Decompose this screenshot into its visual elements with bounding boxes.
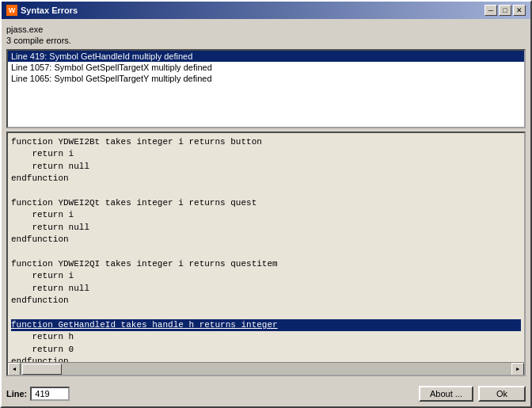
line-indicator: Line: 419: [6, 387, 70, 401]
scroll-right-button[interactable]: ►: [511, 363, 524, 376]
window-content: pjass.exe 3 compile errors. Line 419: Sy…: [2, 19, 530, 381]
error-item[interactable]: Line 1057: Symbol GetSpellTargetX multip…: [8, 62, 524, 73]
code-line: return i: [11, 209, 521, 221]
line-label: Line:: [6, 389, 27, 398]
code-area[interactable]: function YDWEI2Bt takes integer i return…: [8, 133, 524, 362]
bottom-bar: Line: 419 About ... Ok: [2, 381, 530, 406]
scroll-track[interactable]: [21, 363, 511, 376]
app-icon: W: [6, 5, 17, 16]
code-line: function GetHandleId takes handle h retu…: [11, 319, 521, 331]
maximize-button[interactable]: □: [499, 5, 511, 16]
scroll-left-button[interactable]: ◄: [8, 363, 21, 376]
code-line: [11, 307, 521, 318]
code-line: endfunction: [11, 173, 521, 185]
code-line: function YDWEI2Qt takes integer i return…: [11, 197, 521, 209]
code-line: endfunction: [11, 234, 521, 246]
code-line: return i: [11, 270, 521, 282]
line-value: 419: [30, 387, 70, 401]
file-name: pjass.exe: [6, 24, 526, 35]
info-section: pjass.exe 3 compile errors.: [6, 24, 526, 46]
error-item[interactable]: Line 419: Symbol GetHandleId multiply de…: [8, 51, 524, 62]
code-line: endfunction: [11, 295, 521, 307]
code-line: return null: [11, 222, 521, 234]
code-line: return null: [11, 283, 521, 295]
syntax-errors-window: W Syntax Errors ─ □ ✕ pjass.exe 3 compil…: [0, 0, 532, 408]
code-line: return i: [11, 148, 521, 160]
scroll-thumb[interactable]: [22, 364, 62, 375]
title-bar: W Syntax Errors ─ □ ✕: [2, 2, 530, 19]
code-line: [11, 246, 521, 258]
ok-button[interactable]: Ok: [478, 386, 526, 402]
title-buttons: ─ □ ✕: [484, 5, 526, 16]
code-line: function YDWEI2QI takes integer i return…: [11, 258, 521, 270]
code-line: return 0: [11, 344, 521, 356]
code-line: return h: [11, 331, 521, 343]
about-button[interactable]: About ...: [419, 386, 473, 402]
code-line: function YDWEI2Bt takes integer i return…: [11, 136, 521, 148]
code-line: [11, 185, 521, 197]
window-title: Syntax Errors: [21, 6, 78, 15]
minimize-button[interactable]: ─: [484, 5, 497, 16]
title-bar-left: W Syntax Errors: [6, 5, 78, 16]
code-line: return null: [11, 161, 521, 173]
horizontal-scrollbar[interactable]: ◄ ►: [8, 362, 524, 375]
errors-list[interactable]: Line 419: Symbol GetHandleId multiply de…: [6, 49, 526, 128]
error-item[interactable]: Line 1065: Symbol GetSpellTargetY multip…: [8, 73, 524, 84]
bottom-buttons: About ... Ok: [419, 386, 526, 402]
code-section: function YDWEI2Bt takes integer i return…: [6, 132, 526, 376]
code-line: endfunction: [11, 356, 521, 362]
error-count: 3 compile errors.: [6, 35, 526, 46]
close-button[interactable]: ✕: [513, 5, 526, 16]
